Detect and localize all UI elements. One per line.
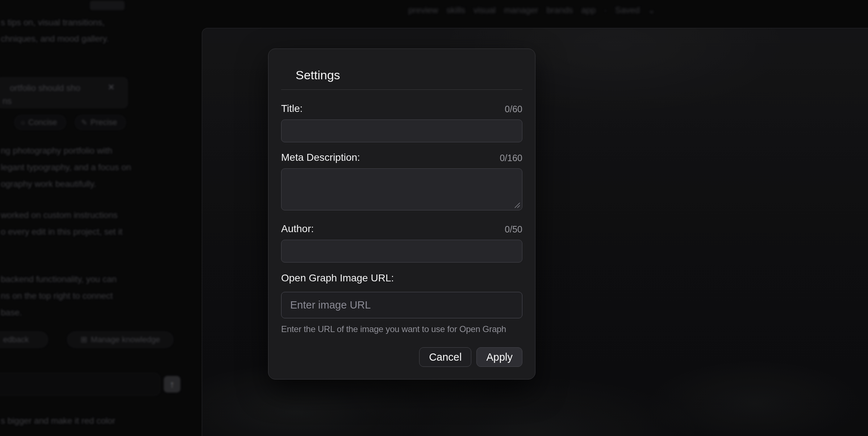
title-char-counter: 0/60 [505, 104, 522, 114]
author-char-counter: 0/50 [505, 224, 522, 235]
title-input[interactable] [281, 120, 522, 142]
modal-title: Settings [296, 68, 522, 81]
og-image-url-helper-text: Enter the URL of the image you want to u… [281, 324, 522, 335]
app-screen: s tips on, visual transitions, chniques,… [0, 0, 868, 436]
meta-description-textarea[interactable] [281, 168, 522, 210]
meta-description-char-counter: 0/160 [500, 153, 522, 163]
cancel-button[interactable]: Cancel [419, 347, 471, 367]
modal-divider [281, 89, 522, 90]
og-image-url-label: Open Graph Image URL: [281, 272, 394, 284]
og-image-url-input[interactable] [281, 292, 522, 318]
author-input[interactable] [281, 240, 522, 263]
meta-description-label: Meta Description: [281, 152, 360, 163]
settings-modal: Settings Title: 0/60 Meta Description: 0… [268, 49, 535, 380]
apply-button[interactable]: Apply [476, 347, 522, 367]
title-label: Title: [281, 103, 303, 114]
author-label: Author: [281, 223, 314, 235]
